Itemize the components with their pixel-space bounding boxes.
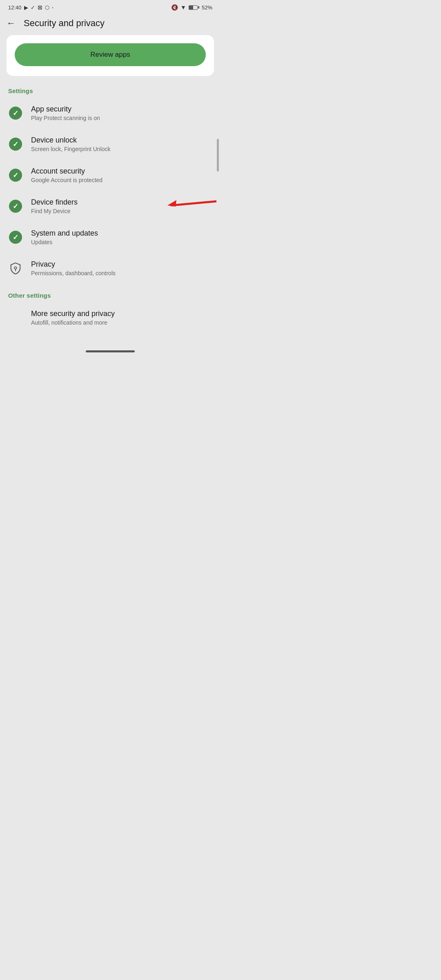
review-card: Review apps xyxy=(7,35,214,76)
settings-item-system-updates[interactable]: ✓ System and updates Updates xyxy=(0,222,220,253)
wifi-icon: ▼ xyxy=(180,4,186,11)
svg-marker-1 xyxy=(167,200,176,207)
check-icon: ✓ xyxy=(31,4,35,11)
battery-indicator xyxy=(189,5,199,10)
more-security-title: More security and privacy xyxy=(31,310,115,318)
status-bar: 12:40 ▶ ✓ ⊠ ⬡ · 🔇 ▼ 52% xyxy=(0,0,220,13)
settings-item-device-unlock[interactable]: ✓ Device unlock Screen lock, Fingerprint… xyxy=(0,129,220,160)
device-finders-text: Device finders Find My Device xyxy=(31,198,78,214)
device-unlock-title: Device unlock xyxy=(31,136,111,145)
settings-item-privacy[interactable]: Privacy Permissions, dashboard, controls xyxy=(0,253,220,284)
android-icon: ⊠ xyxy=(38,4,42,11)
svg-line-0 xyxy=(172,201,216,205)
settings-item-account-security[interactable]: ✓ Account security Google Account is pro… xyxy=(0,160,220,191)
app-security-title: App security xyxy=(31,105,100,114)
status-left: 12:40 ▶ ✓ ⊠ ⬡ · xyxy=(8,4,54,11)
system-updates-title: System and updates xyxy=(31,229,98,238)
other-settings-label: Other settings xyxy=(0,284,220,302)
box-icon: ⬡ xyxy=(45,4,49,11)
page-title: Security and privacy xyxy=(24,18,105,29)
more-security-text: More security and privacy Autofill, noti… xyxy=(31,310,115,326)
device-unlock-icon: ✓ xyxy=(8,137,23,151)
mute-icon: 🔇 xyxy=(171,4,178,11)
green-check-icon-4: ✓ xyxy=(9,200,22,213)
account-security-icon: ✓ xyxy=(8,168,23,183)
red-arrow-annotation xyxy=(163,195,216,217)
system-updates-icon: ✓ xyxy=(8,230,23,245)
more-security-icon xyxy=(8,310,23,325)
settings-item-app-security[interactable]: ✓ App security Play Protect scanning is … xyxy=(0,98,220,129)
privacy-subtitle: Permissions, dashboard, controls xyxy=(31,270,116,276)
battery-percent: 52% xyxy=(202,4,212,11)
dot-icon: · xyxy=(52,6,54,9)
status-time: 12:40 xyxy=(8,4,22,11)
system-updates-text: System and updates Updates xyxy=(31,229,98,245)
review-apps-button[interactable]: Review apps xyxy=(15,43,206,66)
device-finders-subtitle: Find My Device xyxy=(31,208,78,214)
app-security-icon: ✓ xyxy=(8,106,23,120)
device-finders-icon: ✓ xyxy=(8,199,23,214)
green-check-icon-5: ✓ xyxy=(9,231,22,244)
device-finders-title: Device finders xyxy=(31,198,78,207)
back-button[interactable]: ← xyxy=(7,19,16,28)
green-check-icon: ✓ xyxy=(9,107,22,120)
settings-section-label: Settings xyxy=(0,79,220,98)
other-settings-section: Other settings More security and privacy… xyxy=(0,284,220,333)
status-right: 🔇 ▼ 52% xyxy=(171,4,212,11)
account-security-title: Account security xyxy=(31,167,102,176)
scrollbar[interactable] xyxy=(217,139,219,172)
privacy-icon xyxy=(8,261,23,276)
device-unlock-subtitle: Screen lock, Fingerprint Unlock xyxy=(31,146,111,152)
top-bar: ← Security and privacy xyxy=(0,13,220,35)
home-pill xyxy=(86,350,135,352)
account-security-text: Account security Google Account is prote… xyxy=(31,167,102,183)
privacy-title: Privacy xyxy=(31,260,116,269)
youtube-icon: ▶ xyxy=(24,4,28,11)
settings-item-device-finders[interactable]: ✓ Device finders Find My Device xyxy=(0,191,220,222)
more-security-subtitle: Autofill, notifications and more xyxy=(31,319,115,326)
privacy-text: Privacy Permissions, dashboard, controls xyxy=(31,260,116,276)
app-security-subtitle: Play Protect scanning is on xyxy=(31,115,100,121)
app-security-text: App security Play Protect scanning is on xyxy=(31,105,100,121)
account-security-subtitle: Google Account is protected xyxy=(31,177,102,183)
green-check-icon-2: ✓ xyxy=(9,138,22,151)
device-unlock-text: Device unlock Screen lock, Fingerprint U… xyxy=(31,136,111,152)
settings-section: Settings ✓ App security Play Protect sca… xyxy=(0,79,220,284)
bottom-bar xyxy=(0,343,220,360)
system-updates-subtitle: Updates xyxy=(31,239,98,245)
shield-icon xyxy=(9,262,22,275)
settings-item-more-security[interactable]: More security and privacy Autofill, noti… xyxy=(0,302,220,333)
green-check-icon-3: ✓ xyxy=(9,169,22,182)
